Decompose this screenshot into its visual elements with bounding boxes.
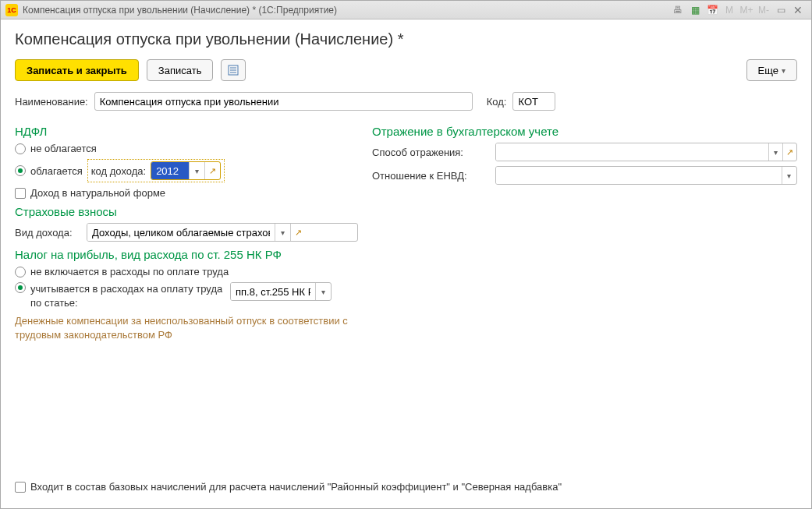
window-title: Компенсация отпуска при увольнении (Начи…	[23, 5, 337, 16]
profit-article-input[interactable]	[231, 283, 315, 300]
income-code-dropdown[interactable]: ▾	[189, 162, 204, 179]
method-dropdown[interactable]: ▾	[768, 143, 782, 161]
save-button[interactable]: Записать	[147, 59, 214, 81]
envd-input[interactable]	[496, 167, 782, 184]
ndfl-yes-label: облагается	[30, 165, 83, 177]
titlebar: 1C Компенсация отпуска при увольнении (Н…	[1, 1, 811, 19]
income-code-input[interactable]	[151, 162, 189, 179]
profit-yes-label: учитывается в расходах на оплату труда п…	[30, 282, 225, 309]
ndfl-title: НДФЛ	[15, 125, 358, 138]
print-icon[interactable]: 🖶	[671, 3, 685, 17]
calendar-icon[interactable]: 📅	[705, 3, 719, 17]
profit-radio-no[interactable]	[15, 267, 26, 277]
profit-tax-title: Налог на прибыль, вид расхода по ст. 255…	[15, 248, 358, 261]
method-label: Способ отражения:	[372, 147, 491, 158]
envd-label: Отношение к ЕНВД:	[372, 170, 491, 182]
m-icon-1[interactable]: M	[722, 3, 736, 17]
income-code-open-icon[interactable]: ↗	[204, 162, 220, 179]
base-accruals-checkbox[interactable]	[15, 482, 26, 493]
m-icon-2[interactable]: M+	[739, 3, 753, 17]
method-open-icon[interactable]: ↗	[782, 143, 796, 161]
code-input[interactable]	[512, 92, 555, 111]
income-kind-input[interactable]	[87, 224, 275, 241]
list-icon	[228, 65, 239, 76]
profit-no-label: не включается в расходы по оплате труда	[30, 266, 229, 277]
method-input[interactable]	[496, 143, 768, 161]
income-kind-label: Вид дохода:	[15, 227, 82, 239]
name-row: Наименование: Код:	[15, 92, 797, 111]
profit-note: Денежные компенсации за неиспользованный…	[15, 314, 358, 342]
profit-article-dropdown[interactable]: ▾	[315, 283, 331, 300]
calculator-icon[interactable]: ▦	[688, 3, 702, 17]
income-code-label: код дохода:	[91, 165, 146, 177]
income-kind-open-icon[interactable]: ↗	[290, 224, 306, 241]
income-kind-dropdown[interactable]: ▾	[275, 224, 290, 241]
app-logo: 1C	[5, 4, 18, 16]
minimize-icon[interactable]: ▭	[774, 3, 788, 17]
name-input[interactable]	[94, 92, 473, 111]
base-accruals-label: Входит в состав базовых начислений для р…	[30, 481, 562, 493]
natural-income-label: Доход в натуральной форме	[30, 187, 165, 199]
more-button[interactable]: Еще	[746, 59, 797, 81]
page-title: Компенсация отпуска при увольнении (Начи…	[15, 30, 797, 48]
ndfl-no-label: не облагается	[30, 143, 97, 154]
ndfl-radio-yes[interactable]	[15, 165, 26, 176]
envd-dropdown[interactable]: ▾	[782, 167, 796, 184]
close-icon[interactable]: ✕	[791, 3, 805, 17]
m-icon-3[interactable]: M-	[757, 3, 771, 17]
save-close-button[interactable]: Записать и закрыть	[15, 59, 139, 81]
name-label: Наименование:	[15, 96, 88, 108]
insurance-title: Страховые взносы	[15, 205, 358, 218]
report-icon-button[interactable]	[221, 59, 246, 81]
accounting-title: Отражение в бухгалтерском учете	[372, 125, 797, 138]
toolbar: Записать и закрыть Записать Еще	[15, 59, 797, 81]
natural-income-checkbox[interactable]	[15, 188, 26, 199]
ndfl-radio-no[interactable]	[15, 143, 26, 154]
code-label: Код:	[487, 96, 507, 108]
profit-radio-yes[interactable]	[15, 282, 26, 293]
